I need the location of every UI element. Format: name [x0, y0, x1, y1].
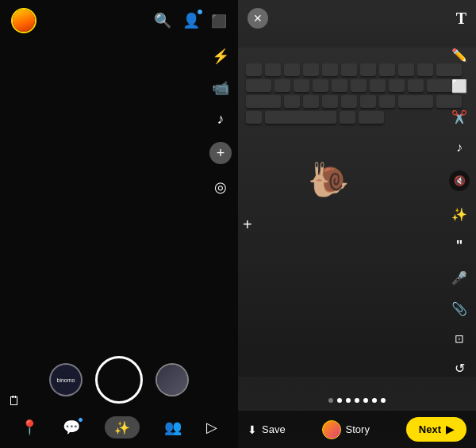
right-bottom-bar: ⬇ Save Story Next ▶: [238, 398, 476, 448]
flash-icon[interactable]: ⚡: [212, 48, 229, 65]
key: [246, 63, 262, 76]
key: [340, 111, 355, 124]
nav-camera[interactable]: ✨: [105, 416, 140, 438]
key: [274, 79, 290, 92]
left-side-toolbar: ⚡ 📹 ♪ + ◎: [203, 40, 238, 204]
key: [341, 95, 357, 108]
next-button[interactable]: Next ▶: [406, 417, 466, 442]
top-right-icons: 🔍 👤 ⬛: [154, 12, 227, 29]
key: [303, 63, 319, 76]
text-tool-button[interactable]: T: [456, 10, 466, 28]
nav-chat[interactable]: 💬: [63, 419, 80, 436]
sticker-icon[interactable]: ⬜: [451, 78, 467, 94]
music-icon[interactable]: ♪: [217, 111, 225, 128]
key: [389, 79, 405, 92]
sparkle-icon[interactable]: ✨: [451, 207, 467, 222]
right-top-bar: ✕ T: [238, 0, 476, 36]
key: [398, 63, 414, 76]
nav-map[interactable]: 📍: [21, 419, 38, 436]
key: [408, 79, 424, 92]
mic-icon[interactable]: 🎤: [451, 270, 467, 285]
key: [322, 63, 338, 76]
dot-2: [337, 398, 342, 403]
right-panel: 🐌 ✕ T ✏️ ⬜ ✂️ ♪ 🔇 ✨ " 🎤 📎 ⊡ ↺ +: [238, 0, 476, 448]
avatar[interactable]: [11, 8, 36, 33]
action-row: ⬇ Save Story Next ▶: [238, 411, 476, 448]
add-friend-button[interactable]: 👤: [182, 12, 200, 29]
video-icon[interactable]: 📹: [212, 79, 229, 97]
save-icon: ⬇: [248, 423, 257, 436]
key: [370, 79, 386, 92]
map-icon: 📍: [21, 419, 38, 436]
dot-3: [346, 398, 351, 403]
key: [379, 95, 395, 108]
key: [360, 63, 376, 76]
next-label: Next: [419, 423, 441, 435]
dot-6: [372, 398, 377, 403]
add-button-right[interactable]: +: [243, 215, 252, 233]
chat-notification: [78, 417, 83, 423]
lens-preview-image: [157, 365, 187, 395]
story-label: Story: [346, 423, 370, 435]
mute-icon[interactable]: 🔇: [449, 170, 470, 191]
scan-icon[interactable]: ◎: [214, 178, 227, 196]
key: [332, 79, 347, 92]
dot-7: [381, 398, 386, 403]
key: [360, 95, 376, 108]
key: [284, 63, 300, 76]
save-label: Save: [262, 423, 286, 435]
left-panel: 🔍 👤 ⬛ ⚡ 📹 ♪ + ◎ 🗒 binomo: [0, 0, 238, 448]
key: [398, 95, 433, 108]
key: [284, 95, 300, 108]
snail-sticker: 🐌: [308, 160, 349, 199]
camera-controls: binomo: [0, 356, 238, 404]
sparkle-icon: ✨: [114, 420, 130, 435]
shutter-button[interactable]: [95, 356, 143, 404]
story-avatar: [322, 420, 341, 439]
add-snap-icon[interactable]: ⬛: [211, 13, 227, 29]
quote-icon[interactable]: ": [456, 238, 463, 255]
music-icon[interactable]: ♪: [456, 140, 463, 155]
save-button[interactable]: ⬇ Save: [248, 423, 286, 436]
key: [359, 111, 384, 124]
add-friend-badge: [197, 9, 203, 15]
key: [265, 63, 281, 76]
key: [246, 79, 271, 92]
dot-4: [355, 398, 359, 403]
loop-icon[interactable]: ↺: [455, 361, 465, 376]
bottom-nav: 📍 💬 ✨ 👥 ▷: [0, 412, 238, 442]
lens-option-binomo[interactable]: binomo: [49, 363, 83, 396]
key: [417, 63, 433, 76]
dot-1: [328, 398, 333, 403]
left-bottom: binomo 📍 💬 ✨ 👥: [0, 356, 238, 448]
left-top-bar: 🔍 👤 ⬛: [0, 0, 238, 41]
nav-friends[interactable]: 👥: [164, 419, 182, 436]
key: [303, 95, 319, 108]
scissors-icon[interactable]: ✂️: [451, 109, 467, 124]
paperclip-icon[interactable]: 📎: [451, 301, 467, 316]
pencil-icon[interactable]: ✏️: [451, 48, 467, 63]
stories-icon: ▷: [206, 419, 217, 436]
keyboard-keys: [238, 48, 476, 132]
plus-button[interactable]: +: [209, 142, 232, 164]
nav-stories[interactable]: ▷: [206, 419, 217, 436]
camera-center-button[interactable]: ✨: [105, 416, 140, 438]
keyboard-image: [238, 48, 476, 377]
page-dots: [238, 398, 476, 403]
dot-5: [363, 398, 368, 403]
key: [341, 63, 357, 76]
friends-icon: 👥: [164, 419, 182, 436]
close-button[interactable]: ✕: [248, 8, 268, 29]
story-button[interactable]: Story: [322, 420, 370, 439]
chat-icon: 💬: [63, 419, 80, 436]
crop-icon[interactable]: ⊡: [455, 332, 464, 345]
key: [351, 79, 367, 92]
key: [313, 79, 328, 92]
key: [246, 95, 281, 108]
lens-option-preview[interactable]: [155, 363, 189, 396]
key: [294, 79, 309, 92]
search-icon[interactable]: 🔍: [154, 12, 171, 29]
key: [246, 111, 262, 124]
key: [265, 111, 336, 124]
key: [322, 95, 338, 108]
